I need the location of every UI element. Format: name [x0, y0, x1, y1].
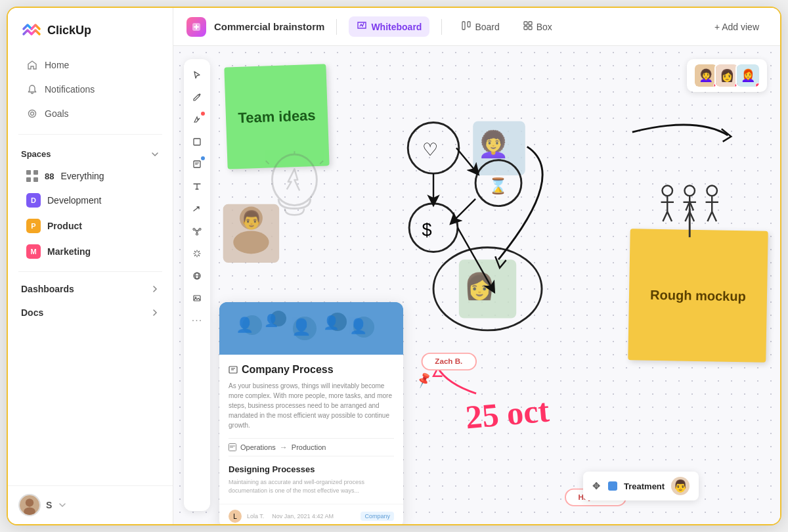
card-subtext: Maintaining as accurate and well-organiz… — [229, 478, 394, 495]
svg-text:Zach B.: Zach B. — [435, 357, 462, 365]
chevron-down-icon[interactable] — [150, 150, 160, 159]
sticky-note-green[interactable]: Team ideas — [224, 64, 329, 169]
sidebar-item-everything[interactable]: 88 Everything — [13, 165, 167, 187]
card-title: Company Process — [229, 364, 394, 376]
svg-text:25 oct: 25 oct — [464, 391, 551, 435]
sidebar-item-docs[interactable]: Docs — [8, 301, 173, 324]
tab-box[interactable]: Box — [515, 17, 560, 36]
svg-rect-31 — [459, 259, 516, 318]
cursor-tool[interactable] — [186, 64, 208, 85]
svg-line-44 — [667, 211, 672, 221]
svg-text:$: $ — [422, 219, 432, 240]
svg-point-40 — [663, 186, 673, 196]
box-tab-icon — [523, 21, 533, 32]
avatar-user-3: 👩‍🦰 — [735, 63, 760, 88]
user-footer[interactable]: S — [8, 485, 173, 524]
svg-text:👤: 👤 — [349, 317, 368, 335]
svg-point-33 — [433, 248, 542, 330]
whiteboard-tab-icon — [357, 20, 367, 33]
svg-rect-9 — [529, 22, 532, 25]
svg-line-49 — [690, 211, 694, 221]
svg-rect-8 — [524, 22, 527, 25]
svg-point-34 — [408, 122, 459, 173]
main-content: Commercial brainstorm Whiteboard Board — [173, 8, 780, 524]
sticky-note-yellow[interactable]: Rough mockup — [628, 229, 768, 363]
svg-line-48 — [685, 211, 690, 221]
sidebar-item-dashboards[interactable]: Dashboards — [8, 277, 173, 301]
svg-text:👤: 👤 — [236, 316, 254, 334]
more-tools[interactable]: ··· — [186, 310, 208, 331]
square-tool[interactable] — [186, 131, 208, 152]
everything-icon — [26, 170, 38, 182]
treatment-card[interactable]: ✥ Treatment 👨 — [583, 472, 699, 500]
marketing-space-icon: M — [26, 244, 41, 259]
card-body: Company Process As your business grows, … — [219, 355, 403, 504]
svg-point-45 — [684, 186, 695, 196]
svg-point-26 — [240, 207, 263, 230]
svg-text:👩‍🦱: 👩‍🦱 — [477, 129, 510, 160]
svg-line-53 — [707, 211, 712, 221]
target-icon — [26, 108, 38, 120]
svg-text:👨: 👨 — [240, 209, 263, 231]
svg-point-15 — [193, 229, 195, 231]
card-flow: Operations → Production — [229, 438, 394, 456]
clickup-logo-icon — [21, 20, 42, 41]
pen-tool[interactable] — [186, 109, 208, 130]
product-space-icon: P — [26, 219, 41, 233]
network-tool[interactable] — [186, 221, 208, 242]
main-nav: Home Notifications Goals — [8, 50, 173, 129]
card-header-illustration: 👤 👤 👤 👤 👤 — [219, 302, 403, 355]
svg-rect-12 — [194, 139, 200, 145]
user-menu-chevron-icon — [58, 501, 66, 509]
svg-rect-57 — [422, 353, 477, 370]
svg-rect-25 — [223, 204, 279, 263]
svg-point-17 — [196, 233, 198, 235]
pencil-plus-tool[interactable] — [186, 87, 208, 108]
pin-icon: 📌 — [414, 371, 433, 389]
image-tool[interactable] — [186, 288, 208, 309]
svg-point-36 — [475, 160, 521, 206]
svg-text:♡: ♡ — [422, 139, 438, 160]
add-view-button[interactable]: + Add view — [707, 18, 767, 36]
svg-text:⌛: ⌛ — [489, 177, 508, 195]
logo[interactable]: ClickUp — [8, 8, 173, 50]
breadcrumb-title: Commercial brainstorm — [214, 21, 324, 32]
svg-text:👤: 👤 — [264, 313, 279, 328]
note-tool[interactable] — [186, 154, 208, 175]
sidebar-item-notifications[interactable]: Notifications — [13, 78, 167, 101]
sparkle-tool[interactable] — [186, 243, 208, 264]
sidebar-item-goals[interactable]: Goals — [13, 102, 167, 125]
text-tool[interactable] — [186, 176, 208, 197]
whiteboard-toolbar: ··· — [184, 59, 210, 511]
bell-icon — [26, 83, 38, 95]
sidebar: ClickUp Home Notifications Goals — [8, 8, 173, 524]
whiteboard-canvas[interactable]: ··· Team ideas Rough mockup 👩‍🦱 👩 — [173, 46, 780, 524]
treatment-avatar: 👨 — [671, 477, 690, 495]
tab-board[interactable]: Board — [454, 17, 507, 36]
app-name: ClickUp — [47, 24, 91, 37]
development-space-icon: D — [26, 193, 41, 208]
svg-rect-7 — [468, 22, 470, 27]
move-cursor-icon: ✥ — [592, 481, 600, 491]
sidebar-item-marketing[interactable]: M Marketing — [13, 239, 167, 264]
svg-point-27 — [233, 231, 269, 254]
svg-point-50 — [707, 186, 717, 196]
sidebar-item-home[interactable]: Home — [13, 53, 167, 77]
arrow-tool[interactable] — [186, 198, 208, 219]
spaces-list: 88 Everything D Development P Product M … — [8, 163, 173, 266]
chevron-right-icon — [150, 284, 160, 294]
sidebar-item-development[interactable]: D Development — [13, 188, 167, 213]
tab-whiteboard[interactable]: Whiteboard — [349, 16, 429, 37]
header-divider — [336, 19, 337, 35]
header: Commercial brainstorm Whiteboard Board — [173, 8, 780, 46]
svg-line-43 — [663, 211, 667, 221]
treatment-icon — [608, 481, 617, 491]
card-author-avatar: L — [229, 510, 242, 523]
company-process-card[interactable]: 👤 👤 👤 👤 👤 Company Process As your busine… — [219, 302, 403, 524]
user-avatar — [18, 494, 41, 516]
svg-text:👤: 👤 — [292, 317, 311, 336]
svg-text:👩: 👩 — [464, 271, 496, 301]
card-footer: L Lola T. Nov Jan, 2021 4:42 AM Company — [219, 504, 403, 524]
globe-tool[interactable] — [186, 265, 208, 286]
sidebar-item-product[interactable]: P Product — [13, 213, 167, 238]
